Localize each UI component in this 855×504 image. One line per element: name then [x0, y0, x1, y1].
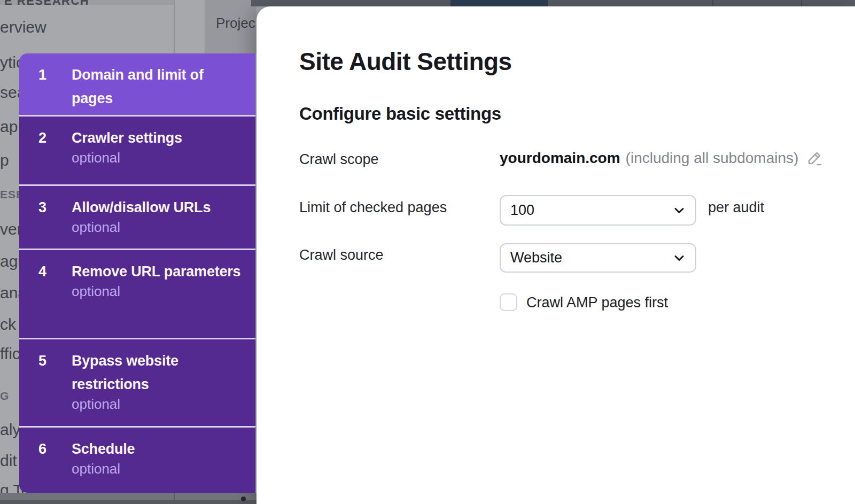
sidebar-item-fragment: p: [0, 151, 9, 169]
screen: E RESEARCH Projec erview ytic sea ap p E…: [0, 0, 855, 504]
step-optional-label: optional: [72, 150, 120, 166]
sidebar-section-fragment: G: [0, 390, 9, 402]
per-audit-suffix: per audit: [708, 199, 764, 216]
projects-tab-fragment: Projec: [216, 15, 255, 32]
top-bar-separator: [801, 0, 802, 6]
crawl-scope-label: Crawl scope: [299, 151, 379, 168]
step-optional-label: optional: [72, 396, 120, 412]
step-title: Domain and limit of pages: [72, 67, 204, 106]
stepper-item-schedule[interactable]: 6 Schedule optional: [19, 428, 255, 493]
section-title: Configure basic settings: [299, 104, 501, 124]
app-top-bar: [251, 0, 855, 6]
stepper-item-crawler-settings[interactable]: 2 Crawler settings optional: [19, 117, 255, 186]
step-title: Bypass website restrictions: [72, 353, 178, 392]
background-section-header-fragment: E RESEARCH: [4, 0, 89, 8]
sidebar-item-fragment: agi: [0, 252, 21, 270]
step-number: 4: [38, 260, 72, 338]
modal-title: Site Audit Settings: [299, 47, 512, 76]
chevron-down-icon: [672, 251, 687, 266]
sidebar-item-fragment: aly: [0, 421, 20, 439]
step-title: Schedule: [72, 441, 135, 457]
step-optional-label: optional: [72, 283, 120, 299]
site-audit-settings-modal: Site Audit Settings Configure basic sett…: [256, 6, 855, 504]
crawl-source-select[interactable]: Website: [500, 243, 696, 273]
crawl-amp-label: Crawl AMP pages first: [526, 294, 668, 311]
sidebar-item-fragment: dit: [0, 452, 17, 470]
sidebar-item-fragment: ffic: [0, 345, 20, 363]
background-vertical-divider: [174, 0, 175, 53]
app-top-bar-segment: [450, 0, 548, 6]
top-bar-separator: [712, 0, 713, 6]
step-title: Allow/disallow URLs: [72, 199, 211, 215]
edit-pencil-icon[interactable]: [806, 150, 823, 167]
step-optional-label: optional: [72, 219, 120, 235]
sidebar-item-fragment: erview: [0, 18, 46, 36]
background-bottom-strip: [0, 500, 261, 504]
crawl-source-label: Crawl source: [299, 247, 384, 263]
crawl-scope-note: (including all subdomains): [626, 150, 799, 167]
sidebar-item-fragment: ck: [0, 315, 16, 334]
step-number: 2: [38, 126, 72, 184]
settings-stepper: 1 Domain and limit of pages 2 Crawler se…: [19, 53, 255, 493]
background-content-panel: Projec: [205, 0, 256, 53]
limit-of-checked-pages-label: Limit of checked pages: [299, 199, 447, 216]
step-number: 1: [38, 63, 72, 115]
step-number: 6: [38, 437, 72, 493]
limit-select-value: 100: [510, 202, 534, 219]
step-optional-label: optional: [72, 461, 120, 477]
step-title: Crawler settings: [72, 130, 182, 146]
crawl-scope-value: yourdomain.com (including all subdomains…: [500, 150, 823, 167]
limit-select[interactable]: 100: [500, 195, 696, 226]
crawl-scope-domain: yourdomain.com: [500, 150, 620, 167]
sidebar-item-fragment: ap: [0, 118, 18, 136]
crawl-source-select-value: Website: [510, 250, 562, 266]
step-number: 3: [38, 196, 72, 249]
stepper-item-bypass-website-restrictions[interactable]: 5 Bypass website restrictions optional: [19, 339, 255, 428]
chevron-down-icon: [672, 203, 687, 218]
stepper-item-allow-disallow-urls[interactable]: 3 Allow/disallow URLs optional: [19, 186, 255, 250]
step-title: Remove URL parameters: [72, 263, 240, 280]
stepper-item-domain-and-limit[interactable]: 1 Domain and limit of pages: [19, 53, 255, 117]
background-dot: [241, 497, 246, 501]
stepper-item-remove-url-parameters[interactable]: 4 Remove URL parameters optional: [19, 250, 255, 339]
crawl-amp-checkbox[interactable]: [500, 293, 517, 311]
step-number: 5: [38, 349, 72, 426]
